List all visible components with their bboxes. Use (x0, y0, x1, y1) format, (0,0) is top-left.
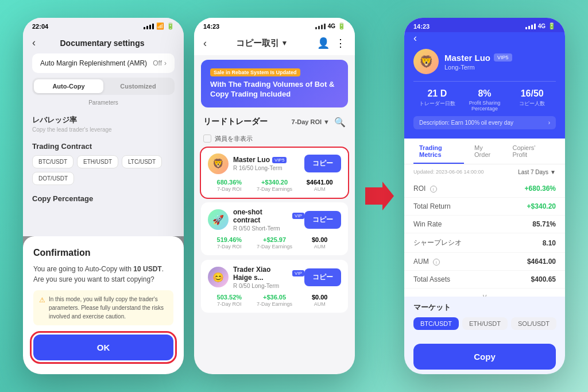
tab-trading-metrics[interactable]: Trading Metrics (413, 139, 464, 164)
phone-documentary-settings: 22:04 📶 🔋 ‹ Documentary settings Auto Ma… (23, 18, 184, 374)
tab-copiers-profit[interactable]: Copiers' Profit (506, 139, 551, 164)
contract-btcusdt[interactable]: BTC/USDT (32, 155, 74, 168)
filter-checkbox[interactable] (203, 134, 211, 143)
profile-description: Description: Earn 100% oil every day › (413, 116, 556, 129)
battery-icon-1: 🔋 (167, 22, 175, 30)
tab-my-order[interactable]: My Order (469, 139, 502, 164)
profile-name: Master Luo (444, 53, 490, 63)
promo-banner[interactable]: Sale in Rebate System Is Updated With Th… (201, 60, 348, 107)
updated-label: Updated: 2023-06-06 14:00:00 (413, 169, 484, 175)
trader-card-xiao: 😊 Trader Xiao Haige s... VIP R 0/50 Long… (201, 260, 348, 313)
back-arrow-2[interactable]: ‹ (203, 37, 207, 49)
back-arrow-icon[interactable]: ‹ (32, 37, 36, 49)
tab-auto-copy[interactable]: Auto-Copy (34, 79, 103, 93)
trader-card-masterluo: 🦁 Master Luo VIP5 R 16/50 Long-Term コピー … (201, 148, 348, 198)
params-label: Parameters (32, 99, 175, 106)
roi-stat-xiao: 503.52% 7-Day ROI (208, 294, 251, 307)
aum-stat-oneshot: $0.00 AUM (298, 236, 341, 249)
win-rate-value: 85.71% (532, 220, 556, 228)
contract-ethusdt[interactable]: ETH/USDT (77, 155, 118, 168)
trader-avatar-xiao: 😊 (208, 267, 229, 287)
metrics-updated-row: Updated: 2023-06-06 14:00:00 Last 7 Days… (404, 164, 565, 180)
trader-info-masterluo: Master Luo VIP5 R 16/50 Long-Term (233, 156, 304, 171)
phone2-header: ‹ コピー取引 ▼ 👤 ⋮ (194, 32, 355, 55)
metric-total-return: Total Return +$340.20 (404, 198, 565, 216)
contract-ltcusdt[interactable]: LTC/USDT (122, 155, 162, 168)
status-icons-1: 📶 🔋 (144, 22, 175, 30)
time-2: 14:23 (203, 23, 219, 30)
contract-dotusdt[interactable]: DOT/USDT (32, 172, 74, 185)
ok-button[interactable]: OK (33, 335, 173, 360)
modal-text: You are going to Auto-Copy with 10 USDT.… (33, 264, 173, 285)
back-arrow-3[interactable]: ‹ (413, 32, 417, 44)
aum-stat-xiao: $0.00 AUM (298, 294, 341, 307)
win-rate-label: Win Rate (413, 220, 442, 228)
amr-section: Auto Margin Replenishment (AMR) Off › Au… (23, 53, 184, 110)
profile-stat-copiers: 16/50 コピー人数 (508, 89, 556, 112)
copy-trading-title: コピー取引 ▼ (236, 38, 288, 49)
copy-btn-xiao[interactable]: コピー (304, 268, 341, 286)
banner-tag: Sale in Rebate System Is Updated (210, 68, 300, 76)
trader-name-oneshot: one-shot contract (233, 208, 290, 224)
trader-meta-masterluo: R 16/50 Long-Term (233, 165, 304, 171)
copy-btn-oneshot[interactable]: コピー (304, 211, 341, 229)
profile-stat-days: 21 D トレーダー日数 (413, 89, 461, 112)
status-bar-1: 22:04 📶 🔋 (23, 18, 184, 32)
market-tab-ethusdt[interactable]: ETH/USDT (462, 317, 508, 330)
earnings-stat-masterluo: +$340.20 7-Day Earnings (253, 179, 296, 192)
metrics-content: Updated: 2023-06-06 14:00:00 Last 7 Days… (404, 164, 565, 297)
more-icon[interactable]: ⋮ (335, 37, 346, 49)
contract-title: Trading Contract (32, 142, 175, 151)
market-tab-btcusdt[interactable]: BTC/USDT (413, 317, 459, 330)
metrics-tabs: Trading Metrics My Order Copiers' Profit (404, 139, 565, 164)
trader-card-oneshot: 🚀 one-shot contract VIP R 0/50 Short-Ter… (201, 202, 348, 255)
metric-total-assets: Total Assets $400.65 (404, 271, 565, 289)
tab-customized[interactable]: Customized (103, 79, 173, 93)
network-label-2: 4G (328, 23, 335, 29)
copy-pct-label: Copy Percentage (32, 194, 175, 203)
market-section: マーケット BTC/USDT ETH/USDT SOL/USDT (404, 297, 565, 339)
sort-button[interactable]: 7-Day ROI ▼ (292, 118, 330, 125)
modal-warning: ⚠ In this mode, you will fully copy the … (33, 290, 173, 325)
amr-label: Auto Margin Replenishment (AMR) (40, 59, 147, 67)
status-icons-3: 4G 🔋 (525, 22, 556, 30)
profile-subtitle: Long-Term (444, 64, 512, 71)
arrow-indicator (365, 182, 394, 210)
metric-aum: AUM i $4641.00 (404, 253, 565, 271)
chevron-right-icon[interactable]: › (548, 120, 550, 126)
phone-trader-profile: 14:23 4G 🔋 ‹ 🦁 Master Luo VIP5 Long-Ter (404, 18, 565, 374)
profile-stats: 21 D トレーダー日数 8% Profit Sharing Percentag… (413, 81, 556, 112)
amr-row[interactable]: Auto Margin Replenishment (AMR) Off › (32, 53, 175, 73)
copy-mode-tabs: Auto-Copy Customized (32, 78, 175, 95)
aum-stat-masterluo: $4641.00 AUM (298, 179, 341, 192)
banner-title: With The Trading Volumes of Bot & Copy T… (210, 80, 339, 99)
time-filter[interactable]: Last 7 Days ▼ (518, 169, 556, 175)
roi-stat-masterluo: 680.36% 7-Day ROI (208, 179, 251, 192)
market-tab-solusdt[interactable]: SOL/USDT (511, 317, 556, 330)
sharpe-label: シャープレシオ (413, 238, 462, 248)
roi-label: ROI i (413, 185, 437, 193)
trader-avatar-masterluo: 🦁 (208, 153, 229, 174)
copy-btn-masterluo[interactable]: コピー (304, 155, 341, 172)
roi-value: +680.36% (525, 185, 556, 193)
expand-row[interactable]: ∨ (404, 289, 565, 297)
time-3: 14:23 (413, 23, 430, 30)
aum-label: AUM i (413, 258, 440, 266)
copy-button[interactable]: Copy (413, 344, 556, 370)
market-title: マーケット (413, 302, 556, 313)
status-bar-2: 14:23 4G 🔋 (194, 18, 355, 32)
aum-info-icon: i (433, 259, 440, 266)
svg-marker-0 (365, 182, 394, 210)
phone-copy-trading: 14:23 4G 🔋 ‹ コピー取引 ▼ 👤 ⋮ Sale in Rebate … (194, 18, 355, 374)
sharpe-value: 8.10 (543, 239, 556, 247)
trader-badge-xiao: VIP (292, 270, 304, 276)
metric-roi: ROI i +680.36% (404, 180, 565, 198)
roi-info-icon: i (430, 186, 437, 193)
trader-stats-masterluo: 680.36% 7-Day ROI +$340.20 7-Day Earning… (208, 179, 341, 192)
header-icons-2: 👤 ⋮ (317, 37, 346, 49)
profile-icon[interactable]: 👤 (317, 37, 330, 49)
confirmation-modal-overlay: Confirmation You are going to Auto-Copy … (23, 236, 184, 374)
expand-icon[interactable]: ∨ (482, 292, 488, 297)
search-icon[interactable]: 🔍 (334, 117, 346, 128)
metric-win-rate: Win Rate 85.71% (404, 216, 565, 233)
